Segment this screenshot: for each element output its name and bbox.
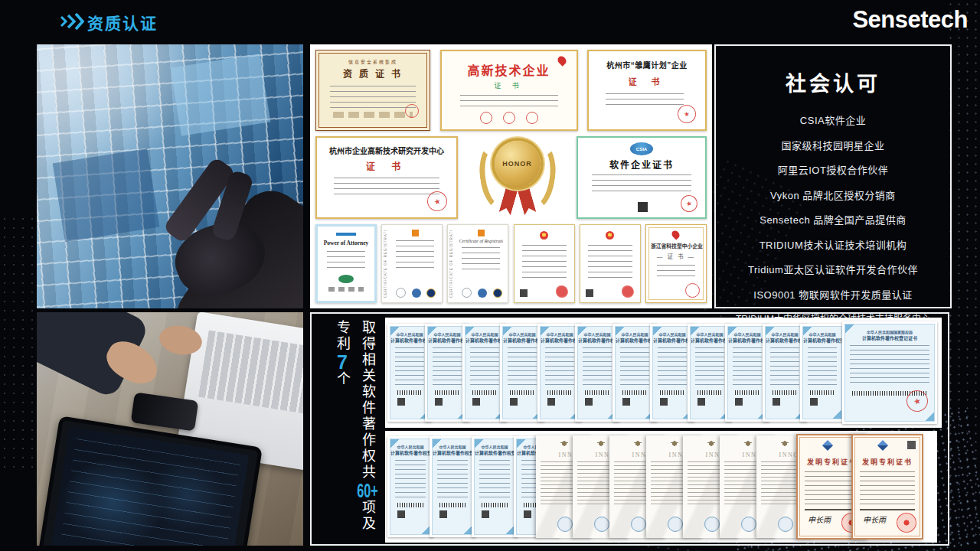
honor-medal-icon: HONOR <box>475 136 560 219</box>
copyright-certificate: 中华人民共和国 计算机软件著作权登记证书 <box>472 436 518 537</box>
qr-code-icon <box>622 398 630 406</box>
red-seal-icon: ★ <box>897 513 916 533</box>
text-lines <box>328 287 364 292</box>
patent-certificates-row: 中华人民共和国 计算机软件著作权登记证书 中华人民共和国 计算机软件著作权登记证… <box>385 431 937 543</box>
registration-side-text: CERTIFICATE OF REGISTRATION <box>449 230 453 298</box>
text-lines <box>395 347 424 386</box>
list-item: 国家级科技园明星企业 <box>716 138 950 152</box>
registrar-logo <box>412 230 419 236</box>
seal-row <box>442 112 577 124</box>
copyright-certificate: 中华人民共和国 计算机软件著作权登记证书 <box>800 324 844 422</box>
certificate-body: 中华人民共和国 计算机软件著作权登记证书 <box>432 439 473 535</box>
certificate-body: 中华人民共和国 计算机软件著作权登记证书 <box>502 326 542 419</box>
slide: 资质认证 Sensetech 信息安全系统集成 资 质 证 书 高新技术企业 证… <box>0 0 980 551</box>
blue-seal-icon <box>557 517 573 532</box>
red-seal-icon: ★ <box>679 194 700 214</box>
qr-code-icon <box>660 398 668 406</box>
corner-flourish <box>461 523 472 534</box>
barcode-icon <box>435 390 459 395</box>
qr-code-icon <box>435 398 443 406</box>
certificate-power-of-attorney: Power of Attorney <box>315 224 377 303</box>
medal-label: HONOR <box>502 160 532 168</box>
certificate-body: 中华人民共和国 计算机软件著作权登记证书 <box>690 326 730 419</box>
divider <box>860 509 915 510</box>
corner-flourish <box>653 327 665 338</box>
page-title: 资质认证 <box>87 11 158 34</box>
certificate-rnd-subtitle: 证 书 <box>325 159 449 172</box>
particle-dots-left <box>0 214 35 474</box>
cnipa-logo-icon <box>822 440 833 451</box>
blue-seal-icon <box>704 517 720 532</box>
social-panel-title: 社会认可 <box>716 67 950 97</box>
certificate-body: 中华人民共和国 计算机软件著作权登记证书 <box>474 439 515 535</box>
text-lines <box>522 245 567 279</box>
list-item: Vykon 品牌北区授权分销商 <box>716 187 950 202</box>
certificate-hightech-subtitle: 证 书 <box>449 80 569 90</box>
certificates-row-3: Power of Attorney CERTIFICATE OF REGISTR… <box>315 224 707 303</box>
qr-code-icon <box>482 510 489 518</box>
red-seal-icon <box>405 104 419 118</box>
text-lines <box>437 460 468 498</box>
corner-flourish <box>728 327 740 338</box>
list-item: ISO9001 物联网软件开发质量认证 <box>716 287 950 302</box>
navy-seal-icon <box>493 289 502 298</box>
copyright-count: 60+ <box>357 481 378 500</box>
certificate-quality-header: 信息安全系统集成 <box>325 58 420 65</box>
barcode-icon <box>397 503 423 507</box>
certificate-eagle-title: 杭州市“雏鹰计划”企业 <box>596 59 697 70</box>
corner-flourish <box>766 327 777 338</box>
corner-flourish <box>578 327 590 338</box>
certificate-eagle-plan: 杭州市“雏鹰计划”企业 证 书 ★ <box>587 50 707 131</box>
corner-flourish <box>830 407 841 419</box>
patent-count-text: 专利7个 <box>331 320 354 540</box>
qr-code-icon <box>638 202 648 212</box>
corner-flourish <box>691 327 702 338</box>
text-lines <box>588 245 632 279</box>
text-lines <box>733 347 762 386</box>
gray-seal-icon <box>396 288 406 298</box>
certificate-body: 中华人民共和国 计算机软件著作权登记证书 <box>727 326 767 419</box>
star-icon: ★ <box>903 519 910 527</box>
red-seal-icon <box>685 283 700 298</box>
corner-flourish <box>466 327 477 338</box>
blue-seal-icon <box>741 517 756 532</box>
qr-code-icon <box>397 398 405 406</box>
certificate-body: 中华人民共和国 计算机软件著作权登记证书 <box>390 439 431 535</box>
video-wall-tile-dark <box>53 148 160 242</box>
patent-text-suffix: 个 <box>335 371 350 387</box>
qr-code-icon <box>735 398 743 406</box>
barcode-icon <box>482 503 508 507</box>
csia-logo: CSIA <box>630 142 653 155</box>
corner-flourish <box>475 439 486 451</box>
registration-side-text: CERTIFICATE OF REGISTRATION <box>384 230 387 298</box>
text-lines <box>860 471 915 505</box>
red-seal-icon <box>622 285 634 298</box>
national-emblem-icon <box>540 231 548 240</box>
text-lines <box>508 347 537 386</box>
medal-disc: HONOR <box>495 141 541 187</box>
copyright-text-prefix: 取得相关软件著作权共 <box>360 320 375 481</box>
corner-flourish <box>390 327 402 338</box>
patents-panel: 取得相关软件著作权共60+项及 专利7个 中华人民共和国 计算机软件著作权登记证… <box>310 312 949 546</box>
qr-code-icon <box>472 398 480 406</box>
certificate-body: 中华人民共和国国家版权局 计算机软件著作权登记证书 ★ <box>844 324 935 422</box>
star-icon: ★ <box>685 199 693 208</box>
certificate-body: 中华人民共和国 计算机软件著作权登记证书 <box>652 326 692 419</box>
corner-flourish <box>428 327 439 338</box>
corner-flourish <box>390 439 402 451</box>
list-item: Sensetech 品牌全国产品提供商 <box>716 212 950 227</box>
qr-code-icon <box>547 398 555 406</box>
corner-flourish <box>923 409 934 421</box>
star-icon: ★ <box>433 197 441 207</box>
text-lines <box>470 347 499 386</box>
certificate-license-a <box>514 224 575 303</box>
text-lines <box>770 347 799 386</box>
certificate-rnd-title: 杭州市企业高新技术研究开发中心 <box>325 145 449 156</box>
text-lines <box>850 345 929 386</box>
corner-flourish <box>503 327 514 338</box>
red-seal-icon <box>503 112 515 124</box>
corner-flourish <box>845 324 857 336</box>
registrar-logo <box>478 230 485 236</box>
certificates-row-1: 信息安全系统集成 资 质 证 书 高新技术企业 证 书 杭州市“雏鹰计划”企业 <box>315 50 707 131</box>
list-item: 阿里云IOT授权合作伙伴 <box>716 162 950 177</box>
